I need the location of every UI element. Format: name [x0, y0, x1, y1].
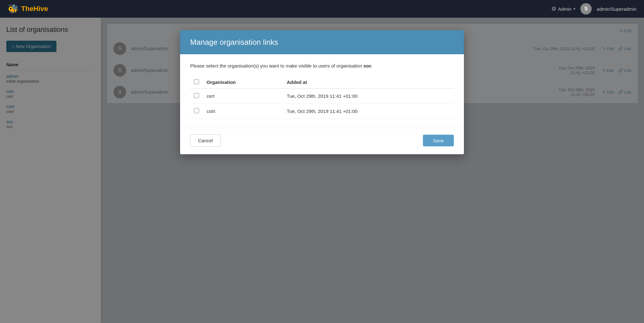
modal-header: Manage organisation links	[180, 30, 464, 54]
logo-icon: 🐝	[8, 4, 19, 14]
added-at-col-header: Added at	[283, 76, 454, 89]
modal-description: Please select the organisation(s) you wa…	[190, 63, 454, 68]
org-name-cell: cert	[203, 89, 283, 104]
chevron-down-icon: ▾	[573, 7, 575, 11]
brand-title: TheHive	[21, 5, 48, 13]
navbar: 🐝 TheHive ⚙ Admin ▾ S admin/Superadmin	[0, 0, 644, 18]
added-at-cell: Tue, Oct 29th, 2019 11:41 +01:00	[283, 104, 454, 119]
avatar[interactable]: S	[580, 3, 592, 15]
gear-icon: ⚙	[551, 5, 556, 12]
org-name-cell: csirt	[203, 104, 283, 119]
row-checkbox-cell	[190, 89, 203, 104]
manage-org-links-modal: Manage organisation links Please select …	[180, 30, 464, 154]
table-row: cert Tue, Oct 29th, 2019 11:41 +01:00	[190, 89, 454, 104]
admin-menu[interactable]: ⚙ Admin ▾	[551, 5, 576, 12]
row-checkbox-cell	[190, 104, 203, 119]
cert-checkbox[interactable]	[194, 93, 199, 98]
organisation-col-header: Organisation	[203, 76, 283, 89]
brand: 🐝 TheHive	[8, 4, 48, 14]
modal-footer: Cancel Save	[180, 128, 464, 154]
org-highlight: soc	[363, 63, 372, 68]
navbar-right: ⚙ Admin ▾ S admin/Superadmin	[551, 3, 636, 15]
table-row: csirt Tue, Oct 29th, 2019 11:41 +01:00	[190, 104, 454, 119]
username-label: admin/Superadmin	[597, 6, 636, 12]
org-links-table: Organisation Added at cert Tue, Oct 29th…	[190, 76, 454, 119]
save-button[interactable]: Save	[423, 135, 454, 146]
main-content: List of organisations + New Organisation…	[0, 18, 644, 323]
added-at-cell: Tue, Oct 29th, 2019 11:41 +01:00	[283, 89, 454, 104]
admin-label: Admin	[558, 6, 572, 12]
csirt-checkbox[interactable]	[194, 108, 199, 113]
cancel-button[interactable]: Cancel	[190, 134, 221, 147]
select-all-checkbox[interactable]	[194, 79, 199, 84]
select-all-header	[190, 76, 203, 89]
modal-title: Manage organisation links	[190, 38, 278, 46]
modal-body: Please select the organisation(s) you wa…	[180, 54, 464, 128]
